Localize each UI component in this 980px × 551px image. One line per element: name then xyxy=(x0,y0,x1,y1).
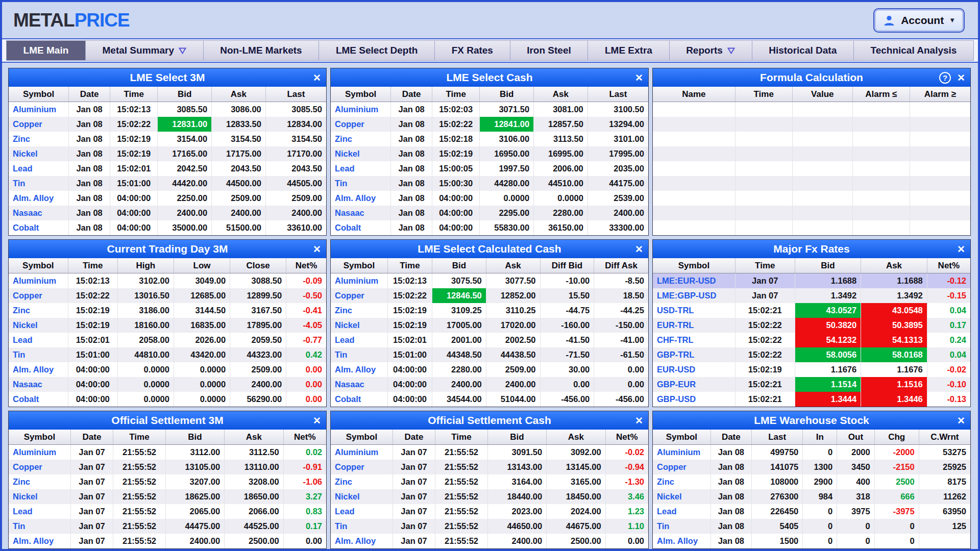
table-row[interactable] xyxy=(653,117,970,132)
table-row[interactable]: CobaltJan 0804:00:0035000.0051500.003361… xyxy=(9,220,326,235)
table-row[interactable]: Tin15:01:0044348.5044438.50-71.50-61.50 xyxy=(331,347,648,362)
table-row[interactable] xyxy=(653,102,970,117)
tab-iron-steel[interactable]: Iron Steel xyxy=(510,41,589,60)
table-row[interactable]: NasaacJan 0804:00:002295.002280.002400.0… xyxy=(331,206,648,220)
table-row[interactable]: NickelJan 0815:02:1916950.0016995.001799… xyxy=(331,146,648,161)
table-cell: 21:55:52 xyxy=(113,474,166,489)
tab-reports[interactable]: Reports xyxy=(670,41,752,60)
close-icon[interactable]: ✕ xyxy=(957,244,965,254)
table-row[interactable]: Alm. AlloyJan 081500000 xyxy=(653,534,970,548)
table-row[interactable]: Aluminium15:02:133075.503077.50-10.00-8.… xyxy=(331,273,648,288)
table-row[interactable]: CHF-TRL15:02:2254.123254.13130.24 xyxy=(653,333,970,347)
table-row[interactable]: Lead15:02:012058.002026.002059.50-0.77 xyxy=(9,333,326,347)
table-row[interactable]: LeadJan 0822645003975-397563950 xyxy=(653,504,970,519)
table-row[interactable] xyxy=(653,176,970,191)
table-row[interactable] xyxy=(653,206,970,220)
table-row[interactable] xyxy=(653,220,970,235)
table-row[interactable]: AluminiumJan 0815:02:033071.503081.00310… xyxy=(331,102,648,117)
table-row[interactable] xyxy=(653,132,970,146)
close-icon[interactable]: ✕ xyxy=(313,416,321,425)
table-row[interactable]: Alm. AlloyJan 0804:00:002250.002509.0025… xyxy=(9,191,326,206)
tab-metal-summary[interactable]: Metal Summary xyxy=(86,41,204,60)
table-row[interactable]: Nickel15:02:1918160.0016835.0017895.00-4… xyxy=(9,318,326,333)
tab-lme-select-depth[interactable]: LME Select Depth xyxy=(319,41,435,60)
table-row[interactable]: ZincJan 08108000290040025008175 xyxy=(653,474,970,489)
table-row[interactable]: GBP-TRL15:02:2258.005658.01680.04 xyxy=(653,347,970,362)
table-row[interactable]: CopperJan 0815:02:2212831.0012833.501283… xyxy=(9,117,326,132)
table-row[interactable]: ZincJan 0815:02:193154.003154.503154.50 xyxy=(9,132,326,146)
table-row[interactable]: Alm. AlloyJan 0804:00:000.00000.00002539… xyxy=(331,191,648,206)
table-cell: 15:00:30 xyxy=(432,176,480,191)
table-row[interactable]: GBP-EUR15:02:211.15141.1516-0.10 xyxy=(653,377,970,392)
table-row[interactable]: CopperJan 0814107513003450-215025925 xyxy=(653,460,970,474)
table-row[interactable]: NickelJan 0721:55:5218440.0018450.003.46 xyxy=(331,489,648,504)
table-row[interactable]: TinJan 085405000125 xyxy=(653,519,970,534)
table-row[interactable]: AluminiumJan 0815:02:133085.503086.00308… xyxy=(9,102,326,117)
table-row[interactable]: Alm. AlloyJan 0721:55:522400.002500.000.… xyxy=(9,534,326,548)
table-row[interactable]: EUR-USD15:02:191.16761.1676-0.02 xyxy=(653,362,970,377)
close-icon[interactable]: ✕ xyxy=(635,416,643,425)
table-row[interactable]: Zinc15:02:193186.003144.503167.50-0.41 xyxy=(9,303,326,318)
table-row[interactable]: CopperJan 0721:55:5213143.0013145.00-0.9… xyxy=(331,460,648,474)
table-row[interactable]: Cobalt04:00:0034544.0051044.00-456.00-45… xyxy=(331,392,648,407)
table-row[interactable]: USD-TRL15:02:2143.052743.05480.04 xyxy=(653,303,970,318)
table-row[interactable]: CopperJan 0815:02:2212841.0012857.501329… xyxy=(331,117,648,132)
table-row[interactable] xyxy=(653,161,970,176)
table-row[interactable]: ZincJan 0721:55:523164.003165.00-1.30 xyxy=(331,474,648,489)
table-row[interactable]: NasaacJan 0804:00:002400.002400.002400.0… xyxy=(9,206,326,220)
close-icon[interactable]: ✕ xyxy=(635,244,643,254)
table-row[interactable]: LME:EUR-USDJan 071.16881.1688-0.12 xyxy=(653,273,970,288)
table-row[interactable]: Nasaac04:00:000.00000.00002400.000.00 xyxy=(9,377,326,392)
table-row[interactable]: TinJan 0721:55:5244475.0044525.000.17 xyxy=(9,519,326,534)
tab-technical-analysis[interactable]: Technical Analysis xyxy=(854,41,973,60)
close-icon[interactable]: ✕ xyxy=(957,416,965,425)
table-row[interactable]: AluminiumJan 0721:55:523112.003112.500.0… xyxy=(9,445,326,460)
table-row[interactable]: Copper15:02:2213016.5012685.0012899.50-0… xyxy=(9,288,326,303)
table-row[interactable]: TinJan 0815:00:3044280.0044510.0044175.0… xyxy=(331,176,648,191)
table-row[interactable]: Nasaac04:00:002400.002400.000.000.00 xyxy=(331,377,648,392)
tab-lme-extra[interactable]: LME Extra xyxy=(588,41,669,60)
close-icon[interactable]: ✕ xyxy=(313,244,321,254)
table-row[interactable]: TinJan 0815:01:0044420.0044500.0044505.0… xyxy=(9,176,326,191)
close-icon[interactable]: ✕ xyxy=(635,73,643,83)
close-icon[interactable]: ✕ xyxy=(313,73,321,83)
table-row[interactable]: AluminiumJan 0849975002000-200053275 xyxy=(653,445,970,460)
table-row[interactable]: CobaltJan 0804:00:0055830.0036150.003330… xyxy=(331,220,648,235)
table-row[interactable]: CopperJan 0721:55:5213105.0013110.00-0.9… xyxy=(9,460,326,474)
table-row[interactable] xyxy=(653,146,970,161)
help-icon[interactable]: ? xyxy=(939,72,951,84)
table-row[interactable]: LeadJan 0815:02:012042.502043.502043.50 xyxy=(9,161,326,176)
table-row[interactable]: TinJan 0721:55:5244650.0044675.001.10 xyxy=(331,519,648,534)
table-row[interactable]: AluminiumJan 0721:55:523091.503092.00-0.… xyxy=(331,445,648,460)
table-row[interactable]: Aluminium15:02:133102.003049.003088.50-0… xyxy=(9,273,326,288)
table-row[interactable]: ZincJan 0721:55:523207.003208.00-1.06 xyxy=(9,474,326,489)
tab-lme-main[interactable]: LME Main xyxy=(7,41,86,60)
tab-non-lme-markets[interactable]: Non-LME Markets xyxy=(204,41,320,60)
table-row[interactable]: Alm. AlloyJan 0721:55:522400.002500.000.… xyxy=(331,534,648,548)
table-row[interactable]: Zinc15:02:193109.253110.25-44.75-44.25 xyxy=(331,303,648,318)
table-row[interactable]: Lead15:02:012001.002002.50-41.50-41.00 xyxy=(331,333,648,347)
table-row[interactable]: EUR-TRL15:02:2250.382050.38950.17 xyxy=(653,318,970,333)
tab-historical-data[interactable]: Historical Data xyxy=(752,41,854,60)
table-row[interactable]: Alm. Alloy04:00:002280.002509.0030.000.0… xyxy=(331,362,648,377)
table-row[interactable]: Cobalt04:00:000.00000.000056290.000.00 xyxy=(9,392,326,407)
table-row[interactable]: Alm. Alloy04:00:000.00000.00002509.000.0… xyxy=(9,362,326,377)
account-button[interactable]: Account ▼ xyxy=(873,8,965,33)
table-row[interactable]: Copper15:02:2212846.5012852.0015.5018.50 xyxy=(331,288,648,303)
table-row[interactable]: NickelJan 0815:02:1917165.0017175.001717… xyxy=(9,146,326,161)
table-row[interactable]: Nickel15:02:1917005.0017020.00-160.00-15… xyxy=(331,318,648,333)
table-row[interactable]: NickelJan 0827630098431866611262 xyxy=(653,489,970,504)
table-row[interactable]: NickelJan 0721:55:5218625.0018650.003.27 xyxy=(9,489,326,504)
table-row[interactable]: LeadJan 0815:00:051997.502006.002035.00 xyxy=(331,161,648,176)
table-row[interactable] xyxy=(653,191,970,206)
table-row[interactable]: LME:GBP-USDJan 071.34921.3492-0.15 xyxy=(653,288,970,303)
column-header-net: Net% xyxy=(284,430,326,444)
table-row[interactable]: Tin15:01:0044810.0043420.0044323.000.42 xyxy=(9,347,326,362)
column-header-time: Time xyxy=(113,430,166,444)
table-row[interactable]: GBP-USD15:02:211.34441.3446-0.13 xyxy=(653,392,970,407)
table-row[interactable]: LeadJan 0721:55:522023.002024.001.23 xyxy=(331,504,648,519)
table-row[interactable]: ZincJan 0815:02:183106.003113.503101.00 xyxy=(331,132,648,146)
tab-fx-rates[interactable]: FX Rates xyxy=(435,41,510,60)
close-icon[interactable]: ✕ xyxy=(957,73,965,83)
table-row[interactable]: LeadJan 0721:55:522065.002066.000.83 xyxy=(9,504,326,519)
